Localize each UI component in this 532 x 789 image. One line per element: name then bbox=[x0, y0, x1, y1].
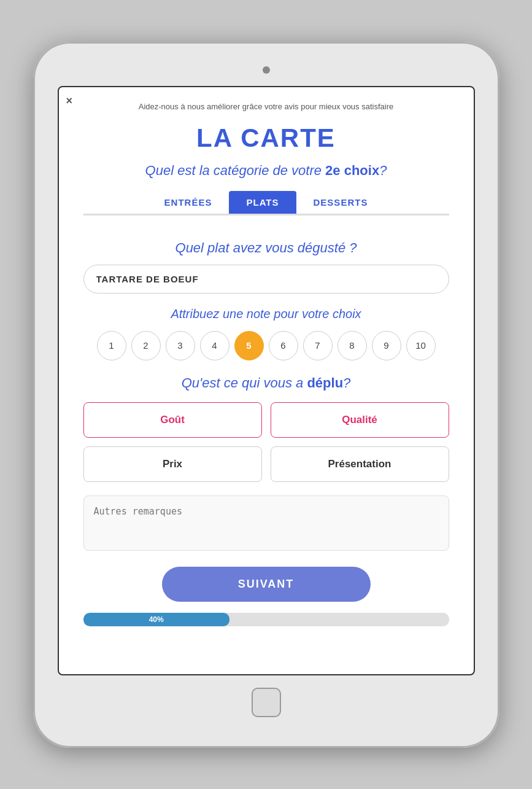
tab-entrees[interactable]: ENTRÉES bbox=[147, 191, 229, 214]
page-title: LA CARTE bbox=[196, 123, 336, 153]
category-question: Quel est la catégorie de votre 2e choix? bbox=[145, 163, 387, 179]
tablet-frame: × Aidez-nous à nous améliorer grâce votr… bbox=[33, 42, 499, 748]
rating-9[interactable]: 9 bbox=[372, 331, 401, 360]
modal-container: × Aidez-nous à nous améliorer grâce votr… bbox=[58, 86, 475, 675]
dish-question: Quel plat avez vous dégusté ? bbox=[175, 240, 357, 256]
rating-1[interactable]: 1 bbox=[97, 331, 126, 360]
rating-5[interactable]: 5 bbox=[234, 331, 264, 360]
option-prix[interactable]: Prix bbox=[83, 446, 262, 482]
progress-bar: 40% bbox=[83, 613, 229, 626]
tablet-camera bbox=[263, 66, 270, 74]
rating-container: 1 2 3 4 5 6 7 8 9 10 bbox=[97, 331, 436, 360]
dislike-question-suffix: ? bbox=[343, 375, 350, 391]
dish-input[interactable] bbox=[83, 265, 449, 293]
tablet-home-button[interactable] bbox=[252, 688, 281, 717]
suivant-button[interactable]: SUIVANT bbox=[162, 567, 371, 602]
progress-label: 40% bbox=[149, 615, 164, 624]
dislike-question: Qu'est ce qui vous a déplu? bbox=[182, 375, 351, 391]
close-button[interactable]: × bbox=[66, 95, 73, 107]
category-question-prefix: Quel est la catégorie de votre bbox=[145, 163, 326, 178]
rating-7[interactable]: 7 bbox=[303, 331, 333, 360]
dislike-question-prefix: Qu'est ce qui vous a bbox=[182, 375, 307, 391]
tab-desserts[interactable]: DESSERTS bbox=[296, 191, 385, 214]
progress-container: 40% bbox=[83, 613, 449, 626]
category-question-suffix: ? bbox=[379, 163, 387, 178]
subtitle-text: Aidez-nous à nous améliorer grâce votre … bbox=[139, 102, 393, 111]
options-grid: Goût Qualité Prix Présentation bbox=[83, 402, 449, 482]
remarks-input[interactable] bbox=[83, 496, 449, 551]
rating-3[interactable]: 3 bbox=[166, 331, 195, 360]
section-divider bbox=[83, 215, 449, 216]
rating-8[interactable]: 8 bbox=[337, 331, 367, 360]
tab-plats[interactable]: PLATS bbox=[229, 191, 296, 214]
rating-4[interactable]: 4 bbox=[200, 331, 229, 360]
rating-question: Attribuez une note pour votre choix bbox=[171, 307, 361, 321]
dislike-question-bold: déplu bbox=[307, 375, 343, 391]
category-question-bold: 2e choix bbox=[325, 163, 379, 178]
rating-6[interactable]: 6 bbox=[269, 331, 298, 360]
option-gout[interactable]: Goût bbox=[83, 402, 262, 438]
tabs-container: ENTRÉES PLATS DESSERTS bbox=[83, 191, 449, 215]
rating-10[interactable]: 10 bbox=[406, 331, 436, 360]
option-qualite[interactable]: Qualité bbox=[271, 402, 449, 438]
rating-2[interactable]: 2 bbox=[131, 331, 161, 360]
option-presentation[interactable]: Présentation bbox=[271, 446, 449, 482]
